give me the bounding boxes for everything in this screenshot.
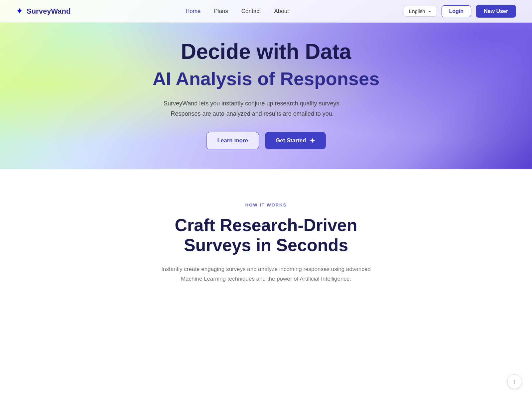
logo-text: SurveyWand <box>27 7 70 16</box>
how-it-works-heading-line1: Craft Research-Driven <box>175 215 357 235</box>
learn-more-button[interactable]: Learn more <box>206 132 259 149</box>
hero-subtext: SurveyWand lets you instantly conjure up… <box>153 98 352 119</box>
nav-item-about[interactable]: About <box>274 8 289 14</box>
hero-headline-1: Decide with Data <box>153 40 380 63</box>
hero-headline-2: AI Analysis of Responses <box>153 68 380 89</box>
new-user-button[interactable]: New User <box>476 5 516 18</box>
nav-item-contact[interactable]: Contact <box>241 8 261 14</box>
sparkle-icon: ✦ <box>310 137 315 145</box>
get-started-label: Get Started <box>276 137 306 144</box>
how-it-works-heading-line2: Surveys in Seconds <box>184 235 348 255</box>
hero-buttons: Learn more Get Started ✦ <box>153 132 380 149</box>
section-label: HOW IT WORKS <box>16 202 516 207</box>
hero-section: Decide with Data AI Analysis of Response… <box>0 0 532 169</box>
nav-item-home[interactable]: Home <box>186 8 200 14</box>
logo-icon: ✦ <box>16 6 23 16</box>
how-it-works-heading: Craft Research-Driven Surveys in Seconds <box>150 215 382 255</box>
nav-item-plans[interactable]: Plans <box>214 8 228 14</box>
nav-actions: English Login New User <box>404 5 516 18</box>
logo-link[interactable]: ✦ SurveyWand <box>16 6 70 16</box>
how-it-works-subtext: Instantly create engaging surveys and an… <box>160 265 372 284</box>
navbar: ✦ SurveyWand Home Plans Contact About En… <box>0 0 532 23</box>
login-button[interactable]: Login <box>442 5 471 17</box>
hero-subtext-line1: SurveyWand lets you instantly conjure up… <box>164 100 341 107</box>
language-label: English <box>409 8 425 14</box>
hero-subtext-line2: Responses are auto-analyzed and results … <box>171 110 334 117</box>
hero-content: Decide with Data AI Analysis of Response… <box>153 40 380 149</box>
language-selector[interactable]: English <box>404 6 437 17</box>
how-it-works-section: HOW IT WORKS Craft Research-Driven Surve… <box>0 169 532 310</box>
chevron-down-icon <box>427 9 432 14</box>
get-started-button[interactable]: Get Started ✦ <box>265 132 326 149</box>
nav-links: Home Plans Contact About <box>186 8 289 15</box>
